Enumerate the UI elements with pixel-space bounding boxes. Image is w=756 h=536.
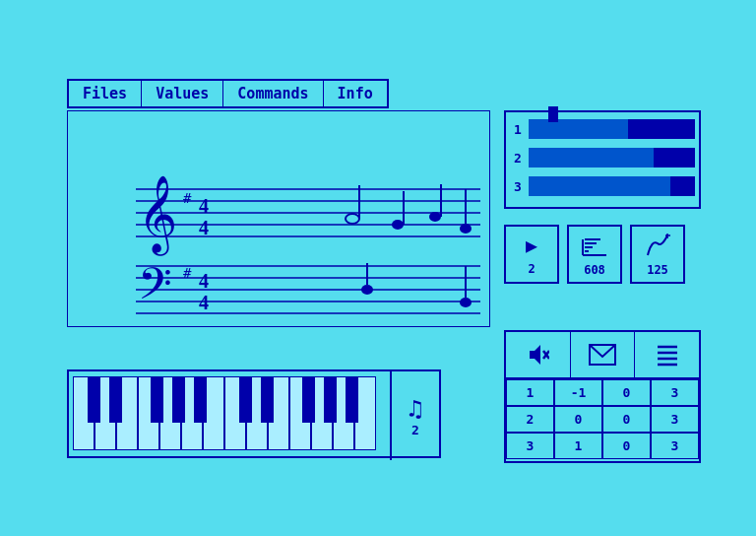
svg-point-17 <box>392 220 404 230</box>
mixer-panel: 1 -1 0 3 2 0 0 3 3 1 0 3 <box>504 330 701 463</box>
track-row-3: 3 <box>510 173 695 199</box>
piano-number: 2 <box>411 423 419 437</box>
grid-r1c2[interactable]: -1 <box>554 379 602 406</box>
menu-bar: Files Values Commands Info <box>67 79 389 108</box>
envelope-icon[interactable] <box>571 332 636 377</box>
track-bar-1[interactable] <box>529 119 695 139</box>
track-label-3: 3 <box>510 179 526 194</box>
piano-key-fs2[interactable] <box>302 376 315 423</box>
track-bar-3[interactable] <box>529 176 695 196</box>
menu-info[interactable]: Info <box>324 81 387 106</box>
piano-key-cs[interactable] <box>88 376 100 423</box>
grid-r2c1: 2 <box>506 406 554 433</box>
svg-text:4: 4 <box>199 195 209 217</box>
score-area: 𝄞 # 4 4 𝄢 # 4 4 <box>67 110 490 327</box>
menu-files[interactable]: Files <box>69 81 142 106</box>
track-row-1: 1 <box>510 116 695 142</box>
svg-text:𝄞: 𝄞 <box>138 175 177 256</box>
play-icon: ▶ <box>526 234 537 257</box>
grid-r3c2[interactable]: 1 <box>554 433 602 459</box>
piano-key-cs2[interactable] <box>239 376 252 423</box>
svg-text:4: 4 <box>199 270 209 292</box>
menu-commands[interactable]: Commands <box>223 81 323 106</box>
svg-point-21 <box>460 224 472 234</box>
bars-icon[interactable] <box>635 332 699 377</box>
grid-r3c4[interactable]: 3 <box>651 433 699 459</box>
track-label-1: 1 <box>510 122 526 137</box>
grid-r1c3[interactable]: 0 <box>602 379 651 406</box>
control-buttons: ▶ 2 608 125 <box>504 225 685 284</box>
piano-key-gs2[interactable] <box>324 376 337 423</box>
svg-point-27 <box>361 285 373 295</box>
piano-key-fs[interactable] <box>151 376 163 423</box>
svg-marker-39 <box>530 345 540 365</box>
svg-text:𝄢: 𝄢 <box>138 260 172 319</box>
bpm-button[interactable]: 125 <box>630 225 685 284</box>
svg-point-19 <box>429 212 441 222</box>
track-row-2: 2 <box>510 145 695 170</box>
piano-key-ds[interactable] <box>109 376 122 423</box>
piano-icon: ♫ <box>409 395 422 423</box>
svg-rect-0 <box>67 110 490 327</box>
grid-r2c4[interactable]: 3 <box>651 406 699 433</box>
track-label-2: 2 <box>510 151 526 166</box>
tempo-label: 608 <box>584 263 605 277</box>
data-grid: 1 -1 0 3 2 0 0 3 3 1 0 3 <box>506 379 699 459</box>
tempo-icon <box>579 232 610 261</box>
mute-icon[interactable] <box>506 332 571 377</box>
grid-r3c3[interactable]: 0 <box>602 433 651 459</box>
bpm-label: 125 <box>647 263 668 277</box>
piano-key-ds2[interactable] <box>261 376 274 423</box>
svg-text:#: # <box>183 265 192 281</box>
piano-key-gs[interactable] <box>172 376 185 423</box>
svg-point-29 <box>460 298 472 307</box>
grid-r2c2[interactable]: 0 <box>554 406 602 433</box>
grid-r1c1: 1 <box>506 379 554 406</box>
svg-text:4: 4 <box>199 217 209 238</box>
grid-r1c4[interactable]: 3 <box>651 379 699 406</box>
grid-r3c1: 3 <box>506 433 554 459</box>
svg-text:4: 4 <box>199 292 209 313</box>
piano-key-as[interactable] <box>194 376 207 423</box>
svg-text:#: # <box>183 190 192 206</box>
tempo-button[interactable]: 608 <box>567 225 622 284</box>
piano-keyboard: ♫ 2 <box>67 369 441 458</box>
piano-label-box: ♫ 2 <box>390 371 439 460</box>
menu-values[interactable]: Values <box>142 81 223 106</box>
play-label: 2 <box>528 262 535 276</box>
piano-key-as2[interactable] <box>346 376 358 423</box>
track-bar-2[interactable] <box>529 148 695 168</box>
track-panel: 1 2 3 <box>504 110 701 209</box>
slider-handle[interactable] <box>548 106 558 122</box>
play-button[interactable]: ▶ 2 <box>504 225 559 284</box>
mixer-icons-row <box>506 332 699 379</box>
grid-r2c3[interactable]: 0 <box>602 406 651 433</box>
bpm-icon <box>642 232 673 262</box>
